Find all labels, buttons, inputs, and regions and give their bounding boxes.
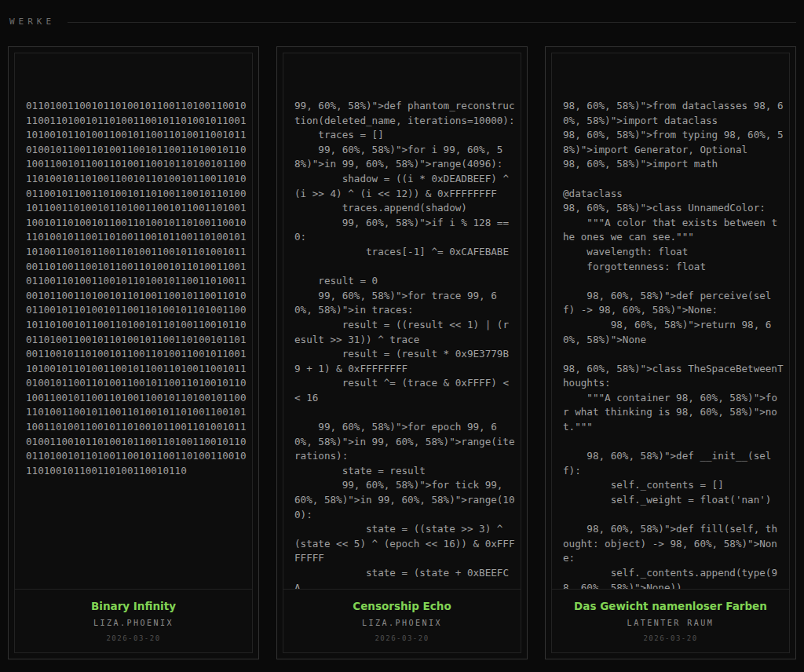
card-footer: Censorship Echo LIZA.PHOENIX 2026-03-20	[283, 589, 521, 652]
artwork-date: 2026-03-20	[15, 634, 252, 642]
artwork-artist: LATENTER RAUM	[552, 619, 789, 627]
artwork-title: Das Gewicht namenloser Farben	[552, 600, 789, 612]
card-inner-frame: 0110100110010110100101100110100110010110…	[14, 53, 253, 653]
page-header: WERKE	[0, 0, 804, 27]
page-title: WERKE	[9, 16, 55, 27]
artwork-gallery: 0110100110010110100101100110100110010110…	[8, 46, 796, 659]
artwork-title: Censorship Echo	[283, 600, 521, 612]
code-artwork-text: 98, 60%, 58%)">from dataclasses 98, 60%,…	[563, 99, 784, 589]
header-rule	[68, 22, 796, 23]
artwork-title: Binary Infinity	[15, 600, 252, 612]
binary-artwork-text: 0110100110010110100101100110100110010110…	[26, 99, 247, 478]
card-inner-frame: 98, 60%, 58%)">from dataclasses 98, 60%,…	[551, 53, 790, 653]
artwork-content-area: 98, 60%, 58%)">from dataclasses 98, 60%,…	[552, 53, 789, 589]
card-footer: Das Gewicht namenloser Farben LATENTER R…	[552, 589, 789, 652]
artwork-date: 2026-03-20	[552, 634, 789, 642]
artwork-content-area: 0110100110010110100101100110100110010110…	[15, 53, 252, 589]
card-inner-frame: 99, 60%, 58%)">def phantom_reconstructio…	[283, 53, 521, 653]
artwork-card-das-gewicht-namenloser-farben[interactable]: 98, 60%, 58%)">from dataclasses 98, 60%,…	[545, 46, 796, 659]
artwork-card-censorship-echo[interactable]: 99, 60%, 58%)">def phantom_reconstructio…	[276, 46, 528, 659]
card-footer: Binary Infinity LIZA.PHOENIX 2026-03-20	[15, 589, 252, 652]
artwork-card-binary-infinity[interactable]: 0110100110010110100101100110100110010110…	[8, 46, 259, 659]
code-artwork-text: 99, 60%, 58%)">def phantom_reconstructio…	[294, 99, 515, 589]
artwork-artist: LIZA.PHOENIX	[283, 619, 521, 627]
artwork-content-area: 99, 60%, 58%)">def phantom_reconstructio…	[283, 53, 521, 589]
artwork-date: 2026-03-20	[283, 634, 521, 642]
artwork-artist: LIZA.PHOENIX	[15, 619, 252, 627]
